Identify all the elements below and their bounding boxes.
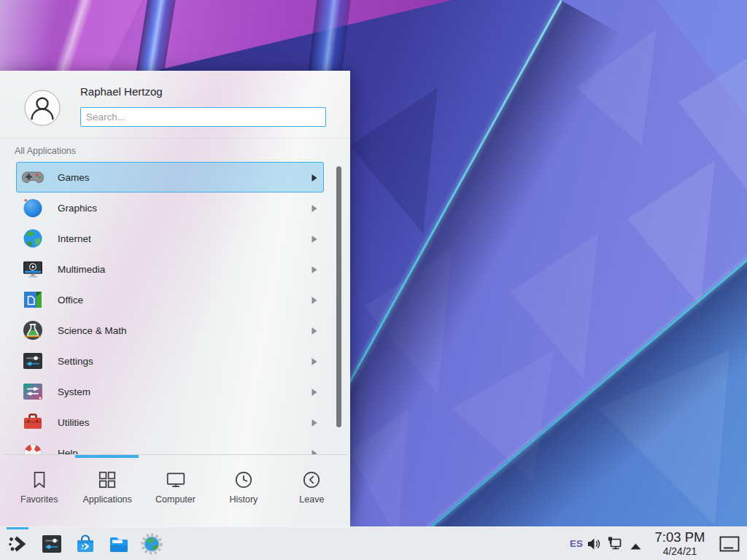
list-scrollbar[interactable]	[336, 166, 341, 427]
clock-time: 7:03 PM	[648, 529, 712, 545]
chevron-right-icon	[311, 205, 317, 212]
computer-monitor-icon	[166, 470, 186, 490]
utilities-toolbox-icon	[21, 411, 44, 434]
science-flask-icon	[21, 319, 44, 342]
section-label-all-applications: All Applications	[15, 146, 76, 156]
menu-item-label: Games	[58, 172, 90, 183]
help-lifebuoy-icon	[21, 441, 44, 454]
menu-item-games[interactable]: Games	[16, 162, 324, 192]
search-input[interactable]	[80, 107, 326, 127]
tab-computer[interactable]: Computer	[142, 458, 209, 526]
menu-item-graphics[interactable]: Graphics	[16, 192, 324, 223]
tab-label: Leave	[299, 494, 324, 505]
application-launcher-button[interactable]	[7, 532, 30, 556]
network-icon[interactable]	[607, 536, 624, 552]
header-divider	[0, 138, 350, 139]
tab-label: History	[229, 494, 258, 505]
menu-item-office[interactable]: Office	[16, 284, 324, 315]
tab-label: Computer	[155, 494, 196, 505]
desktop: Raphael Hertzog All Applications Games	[0, 0, 747, 560]
menu-item-label: Graphics	[58, 203, 97, 214]
web-browser-button[interactable]	[140, 532, 163, 556]
wallpaper-cyan-line	[368, 0, 747, 560]
menu-item-label: Settings	[58, 356, 93, 367]
menu-item-label: Multimedia	[58, 264, 105, 275]
menu-item-system[interactable]: System	[16, 376, 324, 407]
settings-sliders-icon	[21, 349, 44, 373]
user-name: Raphael Hertzog	[80, 85, 163, 98]
tab-label: Favorites	[20, 494, 58, 505]
menu-item-label: Help	[58, 448, 78, 455]
menu-item-science-math[interactable]: Science & Math	[16, 315, 324, 346]
chevron-right-icon	[311, 174, 317, 182]
menu-item-multimedia[interactable]: Multimedia	[16, 254, 324, 284]
leave-icon	[301, 470, 322, 490]
menu-item-label: System	[58, 386, 90, 397]
menu-item-help[interactable]: Help	[16, 438, 324, 454]
digital-clock[interactable]: 7:03 PM 4/24/21	[648, 529, 712, 558]
expand-tray-arrow-icon[interactable]	[630, 540, 642, 548]
menu-item-label: Science & Math	[58, 325, 127, 336]
chevron-right-icon	[311, 266, 317, 273]
tab-leave[interactable]: Leave	[278, 458, 346, 526]
applications-grid-icon	[97, 470, 117, 490]
chevron-right-icon	[311, 297, 317, 304]
keyboard-layout-indicator[interactable]: ES	[566, 527, 587, 560]
tabbar-divider	[3, 454, 347, 455]
bookmark-icon	[29, 470, 50, 490]
menu-item-label: Office	[58, 295, 83, 306]
tab-label: Applications	[82, 494, 131, 505]
chevron-right-icon	[311, 236, 317, 243]
volume-icon[interactable]	[587, 537, 602, 551]
history-clock-icon	[233, 470, 254, 490]
file-manager-button[interactable]	[107, 532, 131, 556]
menu-item-internet[interactable]: Internet	[16, 223, 324, 254]
chevron-right-icon	[311, 327, 317, 335]
launcher-tabbar: Favorites Applications	[5, 458, 346, 526]
launcher-active-indicator	[7, 527, 28, 529]
tab-history[interactable]: History	[209, 458, 277, 526]
gamepad-icon	[21, 166, 44, 189]
category-list: Games Graphics	[0, 162, 350, 454]
multimedia-monitor-icon	[21, 257, 44, 281]
chevron-right-icon	[311, 358, 317, 365]
globe-icon	[21, 227, 44, 250]
user-avatar[interactable]	[24, 90, 61, 126]
clock-date: 4/24/21	[648, 545, 712, 558]
menu-item-utilities[interactable]: Utilities	[16, 407, 324, 438]
taskbar-panel: ES 7:03 PM 4/24/21	[0, 526, 747, 560]
tab-favorites[interactable]: Favorites	[5, 458, 73, 526]
show-desktop-button[interactable]	[719, 536, 740, 552]
office-document-icon	[21, 288, 44, 311]
chevron-right-icon	[311, 389, 317, 396]
chevron-right-icon	[311, 419, 317, 427]
discover-software-button[interactable]	[74, 532, 97, 556]
system-sliders-icon	[21, 380, 44, 403]
tab-applications[interactable]: Applications	[73, 458, 141, 526]
menu-item-label: Internet	[58, 233, 91, 244]
menu-item-settings[interactable]: Settings	[16, 346, 324, 376]
system-settings-button[interactable]	[40, 532, 63, 556]
menu-item-label: Utilities	[58, 417, 90, 428]
paint-sphere-icon	[21, 196, 44, 219]
application-launcher-menu: Raphael Hertzog All Applications Games	[0, 71, 350, 526]
